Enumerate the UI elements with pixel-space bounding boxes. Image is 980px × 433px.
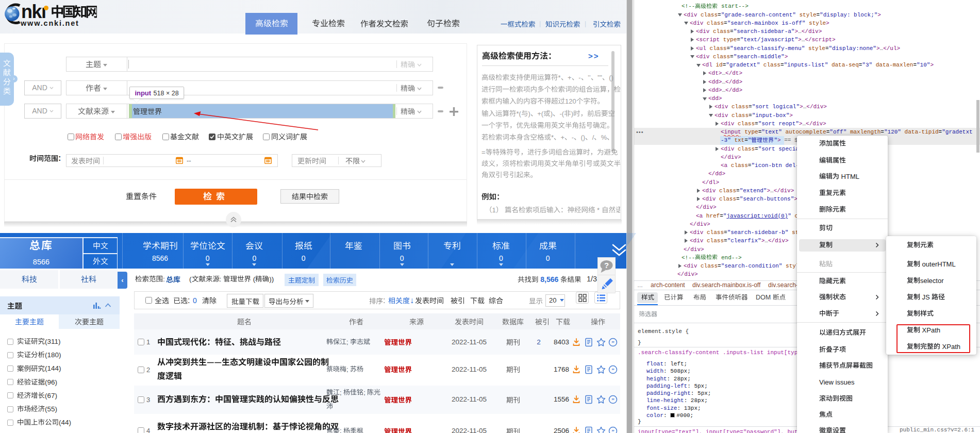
svg-text:”: ” bbox=[611, 397, 614, 403]
svg-text:?: ? bbox=[604, 261, 609, 270]
svg-text:”: ” bbox=[611, 367, 614, 373]
svg-text:”: ” bbox=[611, 428, 614, 433]
svg-text:”: ” bbox=[611, 339, 614, 345]
